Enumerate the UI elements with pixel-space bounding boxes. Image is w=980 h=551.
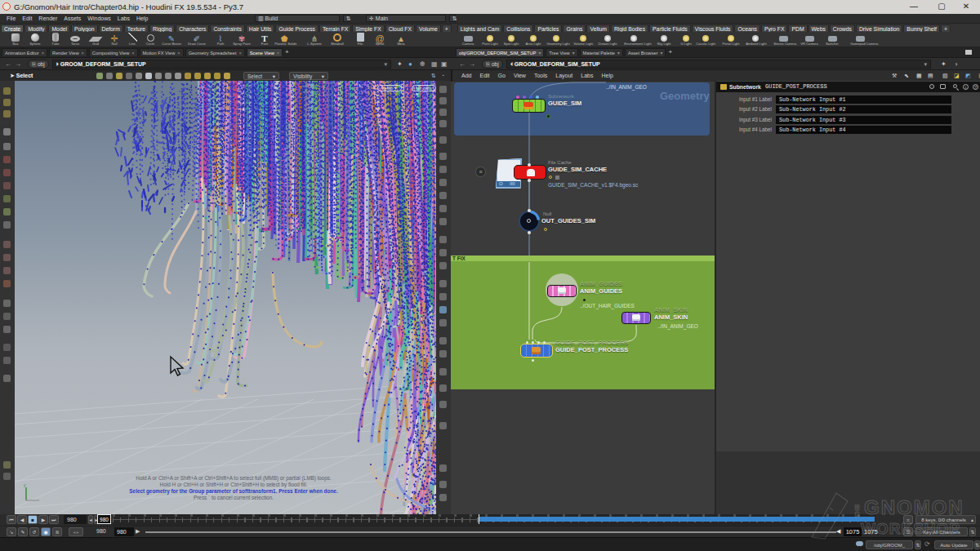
svg-text:WORKSHOP: WORKSHOP [861, 520, 960, 537]
svg-text:y: y [24, 482, 26, 487]
svg-text:THE: THE [853, 504, 861, 518]
svg-text:GNOMON: GNOMON [864, 496, 964, 518]
